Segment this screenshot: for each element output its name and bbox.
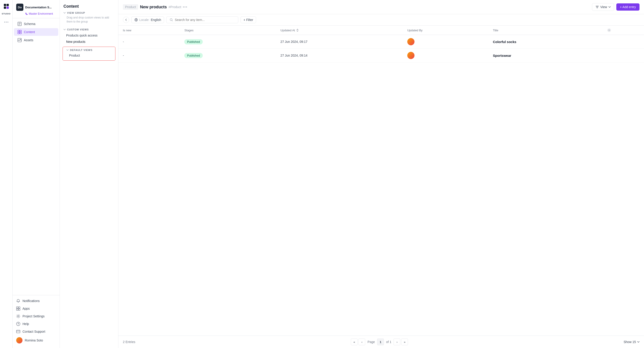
cell-extra-0 xyxy=(603,35,644,49)
svg-rect-10 xyxy=(18,32,19,34)
default-view-product[interactable]: Product xyxy=(66,52,112,59)
svg-point-13 xyxy=(20,39,21,40)
next-page-button[interactable]: › xyxy=(394,338,400,345)
col-settings[interactable] xyxy=(603,26,644,35)
app-logo[interactable] xyxy=(2,3,11,10)
svg-point-5 xyxy=(6,22,7,23)
cell-title-0: Colorful socks xyxy=(488,35,602,49)
table-row[interactable]: - Published 27 Jun 2024, 09:17 Colorful … xyxy=(118,35,644,49)
avatar-1 xyxy=(407,52,414,59)
project-avatar: Do xyxy=(16,4,24,11)
prev-page-button[interactable]: ‹ xyxy=(358,338,365,345)
locale-value: English xyxy=(151,18,161,22)
schema-icon xyxy=(18,22,22,26)
sidebar-item-content[interactable]: Content xyxy=(14,28,58,36)
add-entry-label: + Add entry xyxy=(620,5,636,9)
sidebar-item-help[interactable]: Help xyxy=(12,320,60,328)
search-icon xyxy=(170,18,173,22)
svg-point-23 xyxy=(184,7,186,8)
locale-button[interactable]: Locale: English xyxy=(132,17,164,23)
col-updated-at[interactable]: Updated At xyxy=(276,26,403,35)
avatar-0 xyxy=(407,38,414,45)
show-select[interactable]: Show 15 xyxy=(624,340,640,344)
cell-updated-by-1 xyxy=(403,49,488,62)
table-row[interactable]: - Published 27 Jun 2024, 09:14 Sportswea… xyxy=(118,49,644,62)
svg-point-6 xyxy=(8,22,8,23)
cell-stage-1: Published xyxy=(180,49,276,62)
cell-title-1: Sportswear xyxy=(488,49,602,62)
first-page-button[interactable]: « xyxy=(351,338,358,345)
main-header: Product New products #Product View + Add… xyxy=(118,0,644,14)
svg-point-24 xyxy=(186,7,187,8)
collapse-sidebar-button[interactable] xyxy=(123,17,129,23)
support-icon xyxy=(16,329,20,333)
cell-extra-1 xyxy=(603,49,644,62)
sidebar-item-assets[interactable]: Assets xyxy=(14,36,58,44)
cell-updated-at-1: 27 Jun 2024, 09:14 xyxy=(276,49,403,62)
content-table-container: Is new Stages Updated At Updated By Titl… xyxy=(118,26,644,335)
user-profile-row[interactable]: Romina Soto xyxy=(12,335,60,345)
svg-point-4 xyxy=(4,22,5,23)
svg-rect-15 xyxy=(18,307,20,308)
last-page-button[interactable]: » xyxy=(401,338,408,345)
svg-point-20 xyxy=(18,325,18,325)
add-entry-button[interactable]: + Add entry xyxy=(616,4,640,11)
globe-icon xyxy=(134,18,138,22)
toolbar: Locale: English + Filter xyxy=(118,14,644,26)
entries-count: 2 Entries xyxy=(123,340,135,344)
custom-view-new-products[interactable]: New products xyxy=(64,39,114,45)
icon-bar: STUDIO xyxy=(0,0,12,348)
icon-bar-more-btn[interactable] xyxy=(2,18,11,27)
cell-is-new-1: - xyxy=(118,49,180,62)
gear-icon xyxy=(16,314,20,318)
view-group-toggle[interactable]: VIEW GROUP xyxy=(64,12,114,14)
contact-support-label: Contact Support xyxy=(22,330,45,333)
header-more-icon[interactable] xyxy=(183,7,187,8)
search-box[interactable] xyxy=(166,17,238,23)
collapse-icon xyxy=(125,19,127,21)
svg-rect-11 xyxy=(20,32,22,34)
assets-icon xyxy=(18,38,22,42)
sidebar-bottom: Notifications Apps Project Settings Help… xyxy=(12,295,60,348)
sidebar-schema-label: Schema xyxy=(24,22,35,26)
chevron-down-icon xyxy=(64,12,66,14)
table-footer: 2 Entries « ‹ Page 1 of 1 › » Show 15 xyxy=(118,335,644,348)
branch-icon xyxy=(25,13,28,15)
col-updated-by: Updated By xyxy=(403,26,488,35)
svg-rect-14 xyxy=(16,307,18,308)
apps-label: Apps xyxy=(22,307,30,310)
svg-point-18 xyxy=(18,315,19,317)
project-info[interactable]: Do Documentation S... xyxy=(16,4,56,11)
default-views-toggle[interactable]: DEFAULT VIEWS xyxy=(66,49,112,51)
sidebar-item-schema[interactable]: Schema xyxy=(14,20,58,28)
view-button[interactable]: View xyxy=(592,3,614,11)
of-label: of 1 xyxy=(386,340,391,344)
main-content: Product New products #Product View + Add… xyxy=(118,0,644,348)
sidebar-item-contact-support[interactable]: Contact Support xyxy=(12,328,60,335)
custom-view-products-quick-access[interactable]: Products quick access xyxy=(64,32,114,39)
custom-views-toggle[interactable]: CUSTOM VIEWS xyxy=(64,28,114,31)
chevron-down-icon-3 xyxy=(66,49,69,51)
content-icon xyxy=(18,30,22,34)
sidebar-item-project-settings[interactable]: Project Settings xyxy=(12,312,60,320)
sidebar-item-apps[interactable]: Apps xyxy=(12,305,60,312)
current-page-button[interactable]: 1 xyxy=(377,338,384,345)
svg-rect-16 xyxy=(16,309,18,310)
sidebar-content-label: Content xyxy=(24,30,35,34)
environment-row: Master Environment xyxy=(16,12,56,15)
pagination: « ‹ Page 1 of 1 › » xyxy=(351,338,408,345)
stage-badge-0: Published xyxy=(184,39,202,44)
show-label: Show 15 xyxy=(624,340,636,344)
filter-button[interactable]: + Filter xyxy=(240,17,256,23)
chevron-down-icon-2 xyxy=(64,29,66,30)
notifications-label: Notifications xyxy=(22,299,40,303)
apps-icon xyxy=(16,306,20,311)
user-name: Romina Soto xyxy=(25,338,43,342)
custom-views-label: CUSTOM VIEWS xyxy=(67,28,89,31)
col-title: Title xyxy=(488,26,602,35)
col-stages: Stages xyxy=(180,26,276,35)
view-group-section: VIEW GROUP Drag and drop custom views to… xyxy=(60,12,118,26)
search-input[interactable] xyxy=(175,18,235,22)
sidebar-item-notifications[interactable]: Notifications xyxy=(12,297,60,305)
help-label: Help xyxy=(22,322,29,326)
